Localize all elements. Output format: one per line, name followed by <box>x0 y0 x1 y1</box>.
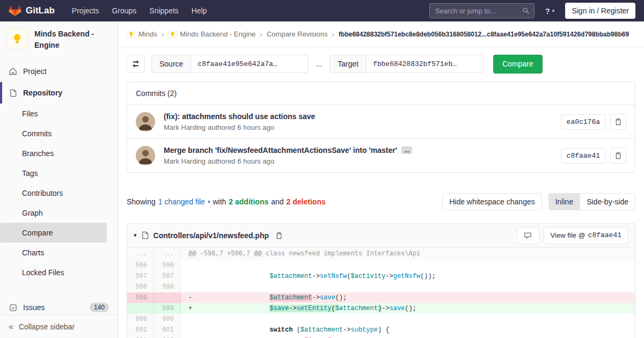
new-line-number[interactable]: 599 <box>154 303 181 314</box>
new-line-number[interactable]: 596 <box>154 260 181 271</box>
inline-view-button[interactable]: Inline <box>548 193 580 210</box>
old-line-number[interactable]: 602 <box>127 335 154 338</box>
commit-sha-button[interactable]: ea0c176a <box>561 114 606 130</box>
code-line <box>181 282 635 292</box>
code-line: + $save->setEntity($attachment)->save(); <box>181 303 635 314</box>
sidebar-item-files[interactable]: Files <box>0 104 118 123</box>
avatar[interactable] <box>136 146 155 165</box>
showing-text: Showing <box>127 197 156 206</box>
nav-snippets[interactable]: Snippets <box>143 0 185 21</box>
chevron-down-icon: ▾ <box>552 9 555 13</box>
new-line-number[interactable]: 597 <box>154 271 181 282</box>
sidebar-item-tags[interactable]: Tags <box>0 163 118 183</box>
code-line: $attachment->setNsfw($activity->getNsfw(… <box>181 271 635 282</box>
copy-sha-button[interactable] <box>610 114 626 130</box>
new-line-number[interactable] <box>154 292 181 303</box>
diff-file-header: ▾ Controllers/api/v1/newsfeed.php View f… <box>127 224 635 247</box>
file-path-link[interactable]: Controllers/api/v1/newsfeed.php <box>153 231 269 240</box>
commit-author-link[interactable]: Mark Harding <box>164 157 206 165</box>
old-line-number[interactable] <box>127 303 154 314</box>
nav-groups[interactable]: Groups <box>105 0 143 21</box>
deletions-count: 2 deletions <box>287 197 326 206</box>
search-box[interactable] <box>429 3 535 18</box>
sidebar-item-repository[interactable]: Repository <box>0 82 118 104</box>
target-label: Target <box>330 55 367 73</box>
file-icon <box>141 231 149 239</box>
avatar[interactable] <box>136 112 155 131</box>
source-revision-input[interactable] <box>191 55 308 73</box>
expand-commit-message-button[interactable]: ... <box>401 146 412 154</box>
code-line: - $attachment->save(); <box>181 292 635 303</box>
collapse-file-chevron-icon[interactable]: ▾ <box>134 232 137 239</box>
old-line-number[interactable]: 601 <box>127 325 154 335</box>
project-header[interactable]: Minds Backend - Engine <box>0 21 118 57</box>
new-line-number[interactable]: 602 <box>154 335 181 338</box>
diff-hunk-header: @@ -596,7 +596,7 @@ class newsfeed imple… <box>181 247 635 260</box>
sidebar-item-project[interactable]: Project <box>0 61 118 82</box>
sidebar-item-locked-files[interactable]: Locked Files <box>0 262 118 282</box>
commits-panel: Commits (2) (fix): attachments should us… <box>127 82 635 173</box>
view-file-button[interactable]: View file @ c8faae41 <box>544 227 628 244</box>
target-revision-input[interactable] <box>367 55 484 73</box>
code-line: switch ($attachment->subtype) { <box>181 325 635 335</box>
sidebar-item-contributors[interactable]: Contributors <box>0 183 118 203</box>
issues-count-badge: 140 <box>90 303 109 312</box>
collapse-sidebar-button[interactable]: « Collapse sidebar <box>0 314 118 338</box>
signin-button[interactable]: Sign in / Register <box>565 3 635 19</box>
old-line-number[interactable]: 599 <box>127 292 154 303</box>
main-content: Minds › Minds Backend - Engine › Compare… <box>118 21 644 338</box>
old-line-number[interactable]: ... <box>127 247 154 260</box>
commit-row: Merge branch 'fix/NewsfeedAttachmentActi… <box>127 138 635 172</box>
chevron-separator-icon: › <box>160 30 165 39</box>
search-input[interactable] <box>430 7 522 15</box>
copy-sha-button[interactable] <box>610 148 626 164</box>
commit-sha-button[interactable]: c8faae41 <box>561 148 606 164</box>
sidebar-item-graph[interactable]: Graph <box>0 203 118 223</box>
sidebar: Minds Backend - Engine Project Repositor… <box>0 21 118 338</box>
commit-author-link[interactable]: Mark Harding <box>164 123 206 131</box>
commit-title-link[interactable]: (fix): attachments should use actions sa… <box>164 112 315 121</box>
old-line-number[interactable]: 600 <box>127 314 154 325</box>
diff-line: 597 597 $attachment->setNsfw($activity->… <box>127 271 635 282</box>
breadcrumb-group-link[interactable]: Minds <box>138 30 157 38</box>
sidebar-item-commits[interactable]: Commits <box>0 123 118 143</box>
copy-file-path-button[interactable] <box>273 230 285 241</box>
toggle-comments-button[interactable] <box>517 227 539 244</box>
view-file-sha: c8faae41 <box>588 231 621 239</box>
new-line-number[interactable]: 601 <box>154 325 181 335</box>
commit-meta-text: authored <box>208 123 235 131</box>
compare-button[interactable]: Compare <box>493 55 543 74</box>
old-line-number[interactable]: 598 <box>127 282 154 292</box>
lightbulb-icon <box>128 31 134 37</box>
nav-projects[interactable]: Projects <box>65 0 106 21</box>
new-line-number[interactable]: 598 <box>154 282 181 292</box>
nav-help[interactable]: Help <box>185 0 214 21</box>
changed-files-dropdown[interactable]: 1 changed file <box>158 197 205 206</box>
diff-summary-bar: Showing 1 changed file ▾ with 2 addition… <box>127 193 635 210</box>
side-by-side-view-button[interactable]: Side-by-side <box>580 193 635 210</box>
new-line-number[interactable]: 600 <box>154 314 181 325</box>
sidebar-item-charts[interactable]: Charts <box>0 243 118 262</box>
help-dropdown[interactable]: ? ▾ <box>545 6 555 16</box>
gitlab-logo[interactable]: GitLab <box>9 5 55 17</box>
breadcrumb-compare-link[interactable]: Compare Revisions <box>267 30 327 38</box>
sidebar-nav: Project Repository Files Commits Branche… <box>0 61 118 319</box>
code-line <box>181 314 635 325</box>
swap-revisions-button[interactable] <box>127 55 145 73</box>
sidebar-item-branches[interactable]: Branches <box>0 143 118 163</box>
source-label: Source <box>151 55 191 73</box>
breadcrumb-project-link[interactable]: Minds Backend - Engine <box>180 30 255 38</box>
chevron-separator-icon: › <box>259 30 264 39</box>
project-title: Minds Backend - Engine <box>34 28 111 51</box>
new-line-number[interactable]: ... <box>154 247 181 260</box>
old-line-number[interactable]: 597 <box>127 271 154 282</box>
old-line-number[interactable]: 596 <box>127 260 154 271</box>
sidebar-item-compare[interactable]: Compare <box>0 223 107 243</box>
diff-line: 600 600 <box>127 314 635 325</box>
hide-whitespace-button[interactable]: Hide whitespace changes <box>442 193 542 210</box>
commit-title-link[interactable]: Merge branch 'fix/NewsfeedAttachmentActi… <box>164 146 397 155</box>
chevron-down-icon: ▾ <box>208 199 210 204</box>
double-chevron-left-icon: « <box>9 322 13 331</box>
range-separator: ... <box>316 60 322 68</box>
commit-timestamp: 6 hours ago <box>237 157 274 165</box>
